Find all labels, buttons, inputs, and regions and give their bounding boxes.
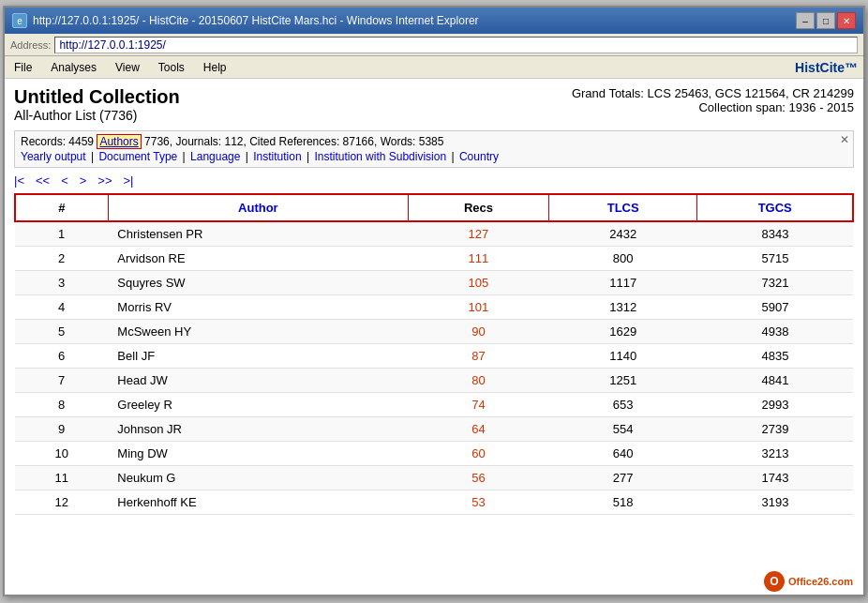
- cell-author[interactable]: Head JW: [108, 369, 408, 393]
- cell-num: 7: [15, 369, 108, 393]
- cell-author[interactable]: Neukum G: [108, 466, 408, 490]
- info-stats: Records: 4459 Authors 7736, Journals: 11…: [21, 135, 847, 148]
- cell-author[interactable]: Ming DW: [108, 442, 408, 466]
- pagination-prev[interactable]: <: [61, 173, 68, 188]
- cell-author[interactable]: Squyres SW: [108, 271, 408, 295]
- cell-recs: 101: [408, 295, 548, 320]
- cell-recs: 56: [408, 466, 548, 490]
- cell-tgcs: 5715: [697, 247, 853, 271]
- minimize-button[interactable]: –: [796, 12, 815, 29]
- authors-link[interactable]: Authors: [97, 134, 141, 149]
- menu-help[interactable]: Help: [200, 59, 231, 76]
- cell-tlcs: 1629: [549, 320, 697, 344]
- cell-recs: 127: [408, 221, 548, 247]
- info-bar-close[interactable]: ✕: [840, 133, 849, 146]
- language-link[interactable]: Language: [190, 150, 240, 163]
- menu-tools[interactable]: Tools: [155, 59, 188, 76]
- title-bar-controls: – □ ✕: [796, 12, 856, 29]
- cited-refs-label: Cited References: 87166,: [249, 135, 377, 148]
- watermark-icon: O: [764, 571, 785, 592]
- cell-tlcs: 1117: [549, 271, 697, 295]
- watermark: O Office26.com: [758, 569, 859, 594]
- window-title: http://127.0.0.1:1925/ - HistCite - 2015…: [33, 14, 479, 27]
- yearly-output-link[interactable]: Yearly output: [21, 150, 86, 163]
- table-header-row: # Author Recs TLCS TGCS: [15, 194, 853, 221]
- page-title-section: Untitled Collection All-Author List (773…: [14, 86, 180, 123]
- page-subtitle-count: (7736): [99, 108, 137, 123]
- cell-tlcs: 800: [549, 247, 697, 271]
- cell-tgcs: 5907: [697, 295, 853, 320]
- cell-author[interactable]: McSween HY: [108, 320, 408, 344]
- grand-totals: Grand Totals: LCS 25463, GCS 121564, CR …: [572, 86, 854, 114]
- title-bar: e http://127.0.0.1:1925/ - HistCite - 20…: [5, 8, 863, 34]
- page-title: Untitled Collection: [14, 86, 180, 108]
- cell-author[interactable]: Morris RV: [108, 295, 408, 320]
- pagination-next[interactable]: >: [80, 173, 87, 188]
- cell-tlcs: 653: [549, 393, 697, 417]
- histcite-brand: HistCite™: [795, 60, 858, 75]
- pagination-bar: |< << < > >> >|: [14, 173, 854, 188]
- cell-recs: 80: [408, 369, 548, 393]
- cell-author[interactable]: Herkenhoff KE: [108, 490, 408, 515]
- address-bar: Address: http://127.0.0.1:1925/: [5, 34, 863, 56]
- cell-author[interactable]: Bell JF: [108, 344, 408, 369]
- cell-tgcs: 4835: [697, 344, 853, 369]
- cell-tgcs: 3193: [697, 490, 853, 515]
- cell-tlcs: 2432: [549, 221, 697, 247]
- institution-subdivision-link[interactable]: Institution with Subdivision: [314, 150, 446, 163]
- cell-author[interactable]: Christensen PR: [108, 221, 408, 247]
- cell-tgcs: 4938: [697, 320, 853, 344]
- cell-num: 9: [15, 417, 108, 442]
- menu-view[interactable]: View: [112, 59, 143, 76]
- cell-tlcs: 554: [549, 417, 697, 442]
- address-label: Address:: [10, 39, 51, 51]
- browser-icon: e: [12, 13, 27, 28]
- cell-author[interactable]: Johnson JR: [108, 417, 408, 442]
- menu-file[interactable]: File: [10, 59, 36, 76]
- table-row: 1Christensen PR12724328343: [15, 221, 853, 247]
- pagination-last[interactable]: >|: [124, 173, 134, 188]
- table-row: 8Greeley R746532993: [15, 393, 853, 417]
- address-input[interactable]: http://127.0.0.1:1925/: [54, 37, 858, 53]
- page-header: Untitled Collection All-Author List (773…: [14, 86, 854, 123]
- cell-recs: 87: [408, 344, 548, 369]
- cell-tlcs: 518: [549, 490, 697, 515]
- info-bar: ✕ Records: 4459 Authors 7736, Journals: …: [14, 130, 854, 168]
- table-row: 5McSween HY9016294938: [15, 320, 853, 344]
- grand-totals-line2: Collection span: 1936 - 2015: [572, 100, 854, 114]
- restore-button[interactable]: □: [816, 12, 835, 29]
- cell-num: 12: [15, 490, 108, 515]
- pagination-next-many[interactable]: >>: [97, 173, 112, 188]
- cell-tgcs: 7321: [697, 271, 853, 295]
- col-header-tlcs: TLCS: [549, 194, 697, 221]
- country-link[interactable]: Country: [459, 150, 499, 163]
- page-subtitle-prefix: All-Author List: [14, 108, 96, 123]
- menu-items: File Analyses View Tools Help: [10, 59, 231, 76]
- cell-author[interactable]: Arvidson RE: [108, 247, 408, 271]
- authors-count: 7736,: [144, 135, 172, 148]
- institution-link[interactable]: Institution: [253, 150, 301, 163]
- cell-tlcs: 1251: [549, 369, 697, 393]
- table-row: 7Head JW8012514841: [15, 369, 853, 393]
- title-bar-left: e http://127.0.0.1:1925/ - HistCite - 20…: [12, 13, 479, 28]
- table-row: 4Morris RV10113125907: [15, 295, 853, 320]
- cell-num: 11: [15, 466, 108, 490]
- pagination-first[interactable]: |<: [14, 173, 24, 188]
- cell-tlcs: 640: [549, 442, 697, 466]
- menu-analyses[interactable]: Analyses: [47, 59, 100, 76]
- cell-tgcs: 3213: [697, 442, 853, 466]
- document-type-link[interactable]: Document Type: [98, 150, 177, 163]
- records-label: Records: 4459: [21, 135, 94, 148]
- cell-author[interactable]: Greeley R: [108, 393, 408, 417]
- grand-totals-line1: Grand Totals: LCS 25463, GCS 121564, CR …: [572, 86, 854, 100]
- cell-num: 1: [15, 221, 108, 247]
- table-row: 2Arvidson RE1118005715: [15, 247, 853, 271]
- cell-recs: 60: [408, 442, 548, 466]
- cell-tgcs: 8343: [697, 221, 853, 247]
- cell-num: 6: [15, 344, 108, 369]
- close-button[interactable]: ✕: [837, 12, 856, 29]
- cell-tlcs: 1140: [549, 344, 697, 369]
- cell-recs: 53: [408, 490, 548, 515]
- cell-num: 8: [15, 393, 108, 417]
- pagination-prev-many[interactable]: <<: [36, 173, 50, 188]
